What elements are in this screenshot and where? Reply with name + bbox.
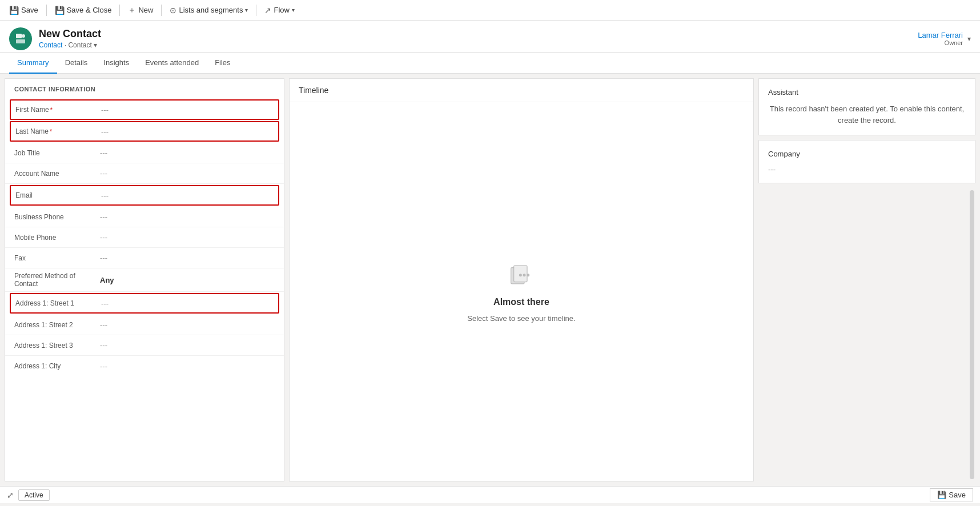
- job-title-value[interactable]: ---: [100, 148, 275, 157]
- timeline-almost-sub: Select Save to see your timeline.: [467, 314, 575, 323]
- header-title-block: New Contact Contact · Contact ▾: [39, 28, 101, 49]
- svg-rect-1: [16, 39, 25, 43]
- status-left: ⤢ Active: [7, 489, 50, 501]
- breadcrumb-contact2: Contact: [68, 41, 91, 49]
- tab-events-attended[interactable]: Events attended: [137, 53, 207, 74]
- timeline-title: Timeline: [290, 79, 753, 102]
- lists-segments-label: Lists and segments: [179, 6, 243, 14]
- status-badge[interactable]: Active: [18, 489, 50, 501]
- business-phone-row: Business Phone ---: [5, 207, 284, 227]
- flow-button[interactable]: ↗ Flow ▾: [260, 3, 299, 17]
- scrollbar-track[interactable]: [970, 190, 974, 479]
- company-value[interactable]: ---: [768, 165, 966, 174]
- mobile-phone-label: Mobile Phone: [14, 234, 100, 242]
- toolbar: 💾 Save 💾 Save & Close ＋ New ⊙ Lists and …: [0, 0, 980, 21]
- business-phone-value[interactable]: ---: [100, 212, 275, 221]
- assistant-title: Assistant: [768, 88, 966, 97]
- separator4: [256, 5, 256, 16]
- expand-icon[interactable]: ⤢: [7, 491, 14, 500]
- business-phone-label: Business Phone: [14, 213, 100, 221]
- fax-value[interactable]: ---: [100, 254, 275, 262]
- right-panel-scroll-area: [758, 188, 975, 481]
- last-name-required: *: [50, 128, 52, 135]
- assistant-body: This record hasn't been created yet. To …: [768, 103, 966, 126]
- new-icon: ＋: [128, 5, 136, 15]
- breadcrumb-contact-link[interactable]: Contact: [39, 41, 62, 49]
- first-name-value[interactable]: ---: [101, 106, 274, 114]
- address-street2-row: Address 1: Street 2 ---: [5, 315, 284, 335]
- address-street1-label: Address 1: Street 1: [15, 299, 101, 307]
- address-street1-value[interactable]: ---: [101, 299, 274, 308]
- preferred-contact-value[interactable]: Any: [100, 276, 275, 284]
- flow-icon: ↗: [264, 6, 271, 15]
- new-label: New: [138, 6, 153, 14]
- save-button[interactable]: 💾 Save: [5, 3, 43, 17]
- timeline-body: Almost there Select Save to see your tim…: [290, 102, 753, 481]
- main-content: CONTACT INFORMATION First Name * --- Las…: [0, 74, 980, 486]
- tab-insights[interactable]: Insights: [95, 53, 137, 74]
- page-header: New Contact Contact · Contact ▾ Lamar Fe…: [0, 21, 980, 53]
- address-street3-value[interactable]: ---: [100, 341, 275, 350]
- address-street2-value[interactable]: ---: [100, 320, 275, 329]
- timeline-empty-icon: [507, 261, 536, 290]
- owner-name[interactable]: Lamar Ferrari: [918, 31, 963, 39]
- job-title-label: Job Title: [14, 149, 100, 157]
- breadcrumb-sep: ·: [65, 41, 66, 49]
- first-name-label: First Name *: [15, 106, 101, 114]
- owner-block: Lamar Ferrari Owner: [918, 31, 963, 46]
- address-street2-label: Address 1: Street 2: [14, 321, 100, 329]
- svg-rect-0: [16, 34, 22, 38]
- email-row: Email ---: [10, 185, 279, 206]
- breadcrumb-chevron-icon[interactable]: ▾: [94, 41, 97, 49]
- tab-details[interactable]: Details: [57, 53, 96, 74]
- flow-chevron-icon: ▾: [292, 7, 295, 13]
- save-close-icon: 💾: [55, 6, 65, 15]
- account-name-row: Account Name ---: [5, 163, 284, 184]
- page-title: New Contact: [39, 28, 101, 40]
- preferred-contact-row: Preferred Method of Contact Any: [5, 268, 284, 292]
- save-close-button[interactable]: 💾 Save & Close: [50, 3, 117, 17]
- svg-point-7: [527, 274, 529, 276]
- first-name-required: *: [50, 106, 53, 113]
- job-title-row: Job Title ---: [5, 143, 284, 163]
- svg-rect-4: [514, 266, 527, 282]
- save-icon: 💾: [9, 6, 19, 15]
- contact-icon: [9, 27, 32, 50]
- header-right: Lamar Ferrari Owner ▾: [918, 31, 971, 46]
- right-panel: Assistant This record hasn't been create…: [758, 78, 975, 481]
- timeline-almost-title: Almost there: [493, 297, 549, 307]
- address-city-value[interactable]: ---: [100, 362, 275, 371]
- first-name-row: First Name * ---: [10, 99, 279, 120]
- last-name-value[interactable]: ---: [101, 127, 274, 136]
- address-street3-label: Address 1: Street 3: [14, 342, 100, 350]
- fax-label: Fax: [14, 254, 100, 262]
- separator3: [161, 5, 162, 16]
- owner-chevron-icon[interactable]: ▾: [967, 35, 971, 43]
- header-left: New Contact Contact · Contact ▾: [9, 27, 101, 50]
- address-city-row: Address 1: City ---: [5, 356, 284, 376]
- lists-icon: ⊙: [170, 6, 176, 15]
- lists-segments-button[interactable]: ⊙ Lists and segments ▾: [165, 3, 252, 17]
- address-city-label: Address 1: City: [14, 362, 100, 370]
- address-street3-row: Address 1: Street 3 ---: [5, 335, 284, 356]
- mobile-phone-value[interactable]: ---: [100, 233, 275, 242]
- separator2: [119, 5, 120, 16]
- address-street1-row: Address 1: Street 1 ---: [10, 293, 279, 314]
- breadcrumb: Contact · Contact ▾: [39, 41, 101, 49]
- email-label: Email: [15, 191, 101, 199]
- new-button[interactable]: ＋ New: [123, 3, 158, 18]
- mobile-phone-row: Mobile Phone ---: [5, 227, 284, 248]
- svg-point-6: [523, 274, 526, 276]
- save-bottom-button[interactable]: 💾 Save: [930, 488, 973, 501]
- tab-files[interactable]: Files: [207, 53, 238, 74]
- separator: [46, 5, 47, 16]
- save-label: Save: [21, 6, 38, 14]
- tab-summary[interactable]: Summary: [9, 53, 57, 74]
- account-name-value[interactable]: ---: [100, 169, 275, 178]
- email-value[interactable]: ---: [101, 191, 274, 200]
- save-bottom-label: Save: [949, 491, 966, 499]
- status-bar: ⤢ Active 💾 Save: [0, 486, 980, 503]
- contact-info-section-title: CONTACT INFORMATION: [5, 79, 284, 97]
- svg-point-5: [519, 274, 522, 276]
- company-card: Company ---: [758, 140, 975, 183]
